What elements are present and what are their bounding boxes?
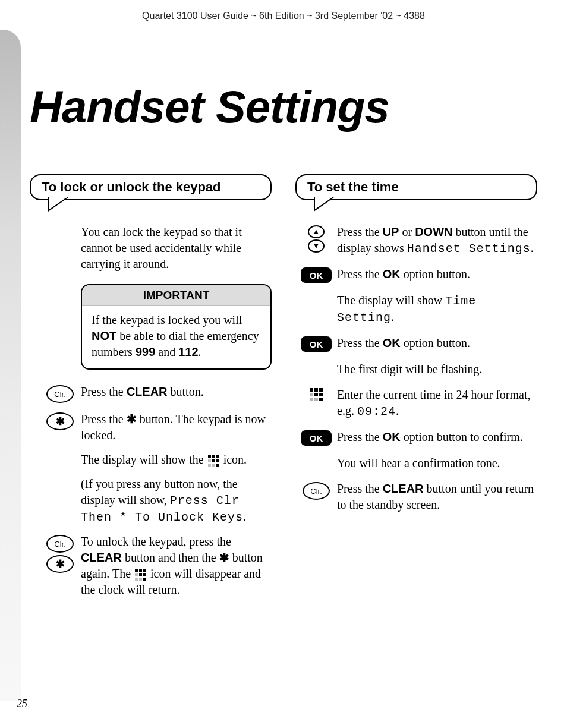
imp-112: 112 <box>178 345 198 358</box>
lock-icon <box>208 455 219 467</box>
r1b: UP <box>383 225 399 238</box>
ok-button-icon-2: OK <box>301 336 332 352</box>
page-title: Handset Settings <box>30 81 567 133</box>
step-star-text: Press the ✱ button. The keypad is now lo… <box>81 411 272 443</box>
star-button-icon-2: ✱ <box>46 555 74 573</box>
step5-text: The first digit will be flashing. <box>337 361 537 377</box>
up-arrow-icon: ▲ <box>308 225 325 238</box>
callout-tail-icon-2 <box>313 197 342 215</box>
r7a: Press the <box>337 430 383 443</box>
down-arrow-icon: ▼ <box>308 239 325 253</box>
r6c: . <box>396 404 399 417</box>
r9b: CLEAR <box>383 482 424 495</box>
side-gradient <box>0 30 21 701</box>
section-header-time-text: To set the time <box>307 179 399 194</box>
step-clear-text: Press the CLEAR button. <box>81 384 272 400</box>
sc-bold: CLEAR <box>127 385 168 398</box>
keypad-icon <box>310 388 323 401</box>
r2c: option button. <box>401 267 470 281</box>
callout-tail-icon <box>48 197 76 215</box>
r1g: . <box>531 241 534 254</box>
r6b: 09:24 <box>357 405 396 418</box>
left-column: To lock or unlock the keypad You can loc… <box>30 174 272 606</box>
r4c: option button. <box>401 336 470 349</box>
imp-t1: If the keypad is locked you will <box>92 313 242 326</box>
ds-post: icon. <box>220 453 247 466</box>
step7-text: Press the OK option button to confirm. <box>337 429 537 445</box>
section-header-time: To set the time <box>295 174 537 200</box>
ok-button-icon-3: OK <box>301 430 332 446</box>
step6-text: Enter the current time in 24 hour format… <box>337 387 537 420</box>
r1d: DOWN <box>415 225 452 238</box>
right-column: To set the time ▲ ▼ Press the UP or DOWN… <box>295 174 537 606</box>
step8-text: You will hear a confirmation tone. <box>337 455 537 471</box>
step4-text: Press the OK option button. <box>337 335 537 351</box>
unlock-text: To unlock the keypad, press the CLEAR bu… <box>81 534 272 598</box>
ul-pre: To unlock the keypad, press the <box>81 535 231 548</box>
step2-text: Press the OK option button. <box>337 266 537 282</box>
r1c: or <box>399 225 415 238</box>
r1f: Handset Settings <box>407 242 531 256</box>
r3a: The display will show <box>337 294 445 307</box>
step3-text: The display will show Time Setting. <box>337 292 537 326</box>
important-box: IMPORTANT If the keypad is locked you wi… <box>81 284 272 370</box>
imp-not: NOT <box>92 329 116 342</box>
r2b: OK <box>383 267 401 281</box>
ul-b1: CLEAR <box>81 551 122 564</box>
header-line: Quartet 3100 User Guide ~ 6th Edition ~ … <box>0 0 567 21</box>
step1-text: Press the UP or DOWN button until the di… <box>337 224 537 257</box>
r3c: . <box>391 310 394 323</box>
sc-pre: Press the <box>81 385 127 398</box>
ds-pre: The display will show the <box>81 453 207 466</box>
clr-button-icon-3: Clr. <box>303 482 330 500</box>
star-button-icon: ✱ <box>46 412 74 430</box>
lock-icon-2 <box>135 569 146 581</box>
section-header-lock: To lock or unlock the keypad <box>30 174 272 200</box>
sc-post: button. <box>168 385 204 398</box>
r4a: Press the <box>337 336 383 349</box>
ul-star: ✱ <box>219 551 229 564</box>
ok-button-icon: OK <box>301 267 332 283</box>
up-down-icon: ▲ ▼ <box>308 225 325 253</box>
imp-period: . <box>199 345 201 358</box>
pa-post: . <box>243 510 246 523</box>
imp-999: 999 <box>136 345 155 358</box>
press-any-text: (If you press any button now, the displa… <box>81 476 272 525</box>
r1a: Press the <box>337 225 383 238</box>
page-number: 25 <box>17 698 27 710</box>
step9-text: Press the CLEAR button until you return … <box>337 481 537 513</box>
r2a: Press the <box>337 267 383 281</box>
important-body: If the keypad is locked you will NOT be … <box>82 306 270 368</box>
ss-pre: Press the <box>81 412 127 426</box>
important-label: IMPORTANT <box>82 285 270 306</box>
ss-star: ✱ <box>127 412 137 426</box>
display-show-text: The display will show the icon. <box>81 452 272 468</box>
imp-and: and <box>155 345 178 358</box>
r7c: option button to confirm. <box>401 430 523 443</box>
r7b: OK <box>383 430 401 443</box>
intro-text: You can lock the keypad so that it canno… <box>81 224 272 272</box>
section-header-lock-text: To lock or unlock the keypad <box>42 179 221 194</box>
ul-mid: button and then the <box>122 551 219 564</box>
clr-button-icon: Clr. <box>46 385 74 403</box>
r9a: Press the <box>337 482 383 495</box>
r4b: OK <box>383 336 401 349</box>
clr-button-icon-2: Clr. <box>46 535 74 553</box>
